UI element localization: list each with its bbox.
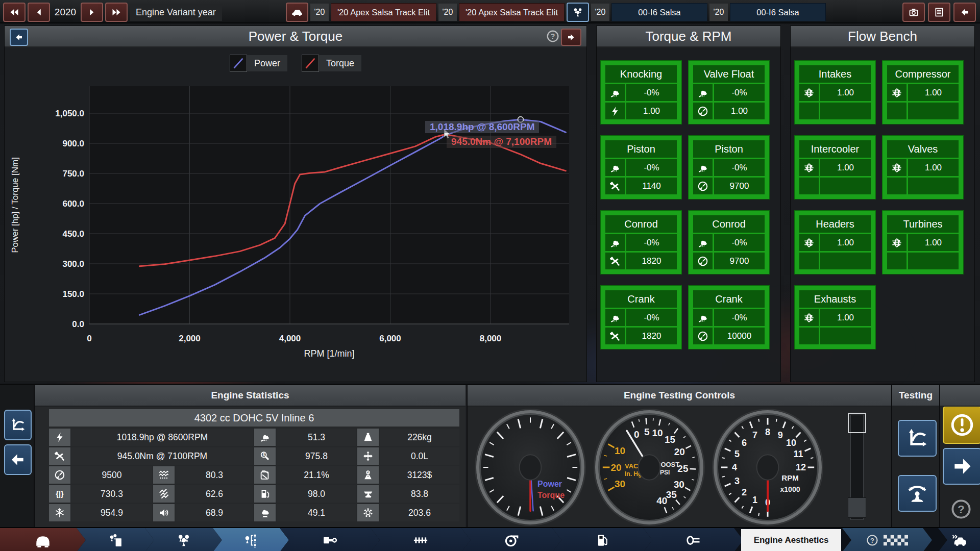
year-next-button[interactable] xyxy=(81,3,103,22)
stat-lightning-icon-cell xyxy=(49,429,70,446)
chart-back-button[interactable] xyxy=(10,29,28,46)
undo-button[interactable] xyxy=(953,3,976,22)
screenshot-button[interactable] xyxy=(902,3,925,22)
stat-value: 51.3 xyxy=(277,429,356,446)
year-navigation: 2020Engine Variant year xyxy=(3,3,222,22)
rewind-icon xyxy=(9,7,19,17)
box-value: -0% xyxy=(714,234,765,251)
chart-title: Power & Torque xyxy=(249,29,343,44)
box-value: 1.00 xyxy=(820,159,871,176)
question-icon: ? xyxy=(546,30,559,43)
tab-car-trim-1[interactable]: '20 Apex Salsa Track Elit xyxy=(459,3,565,21)
year-chip[interactable]: '20 xyxy=(310,4,329,21)
engine-variant-icon xyxy=(243,533,259,548)
flow-bench-box-headers: Headers1.00 xyxy=(794,210,876,274)
stat-value: 730.3 xyxy=(71,485,152,503)
box-title: Crank xyxy=(693,290,765,308)
nav-tab-car-front[interactable] xyxy=(0,528,86,551)
flow-bench-box-intercooler: Intercooler1.00 xyxy=(794,135,876,199)
box-value: -0% xyxy=(626,159,677,176)
stat-value: 83.8 xyxy=(380,485,459,503)
back-button[interactable] xyxy=(4,444,32,475)
box-empty-cell xyxy=(820,103,871,119)
lightning-icon xyxy=(609,106,621,117)
next-button[interactable] xyxy=(943,448,980,485)
engine-aesthetics-label[interactable]: Engine Aesthetics xyxy=(741,529,841,551)
box-value: -0% xyxy=(714,159,765,176)
year-prev-button[interactable] xyxy=(28,3,50,22)
year-chip[interactable]: '20 xyxy=(438,4,457,21)
stat-cooling-icon-cell xyxy=(49,504,70,521)
nav-tab-export[interactable] xyxy=(938,528,980,551)
year-chip[interactable]: '20 xyxy=(709,4,728,21)
stat-value: 0.0L xyxy=(380,447,459,465)
warnings-button[interactable] xyxy=(943,406,980,444)
stat-value: 954.9 xyxy=(71,504,152,521)
stat-weight-icon-cell xyxy=(357,429,379,446)
tools-icon-cell xyxy=(605,178,625,194)
legend-item-power[interactable]: Power xyxy=(230,55,287,72)
year-last-button[interactable] xyxy=(105,3,128,22)
tab-car-trim-0[interactable]: '20 Apex Salsa Track Elit xyxy=(331,3,436,21)
nav-tab-fuel-pump[interactable] xyxy=(552,528,652,551)
tab-engine-variant-2[interactable]: 00-I6 Salsa xyxy=(611,3,707,21)
stat-value: 98.0 xyxy=(277,485,356,503)
emissions-icon xyxy=(259,507,271,518)
box-value: 1.00 xyxy=(714,103,765,119)
stat-dimensions-icon-cell xyxy=(357,447,379,465)
box-title: Crank xyxy=(605,290,677,308)
flow-bench-box-turbines: Turbines1.00 xyxy=(882,210,964,274)
svg-text:$: $ xyxy=(367,470,369,474)
torque-rpm-box-valve-float: Valve Float-0%1.00 xyxy=(688,60,770,124)
stat-engineering-icon-cell: $ xyxy=(357,466,379,484)
box-value: -0% xyxy=(714,309,765,326)
box-title: Intercooler xyxy=(799,140,871,158)
nav-tab-engine-variant[interactable] xyxy=(213,528,289,551)
summary-button[interactable] xyxy=(928,3,950,22)
graph-icon xyxy=(10,417,26,433)
nav-tab-engine-doc[interactable] xyxy=(77,528,154,551)
box-empty-cell xyxy=(908,103,959,119)
manual-dyno-button[interactable] xyxy=(898,475,937,512)
box-value: 1820 xyxy=(626,328,677,344)
flow-bench-box-exhausts: Exhausts1.00 xyxy=(794,285,876,349)
stat-service-icon-cell: $ xyxy=(254,447,276,465)
torque-rpm-box-piston: Piston-0%1140 xyxy=(600,135,682,199)
legend-item-torque[interactable]: Torque xyxy=(302,55,361,72)
tab-engine-variant-3[interactable]: 00-I6 Salsa xyxy=(730,3,826,21)
slider-handle[interactable] xyxy=(848,497,866,518)
svg-text:RPM: RPM xyxy=(781,473,798,482)
car-tab-icon-button[interactable] xyxy=(286,3,308,22)
svg-text:0: 0 xyxy=(634,429,640,440)
engine-family-icon xyxy=(572,7,583,18)
flow-bench-panel: Flow Bench Intakes1.00Compressor1.00Inte… xyxy=(790,26,975,382)
chart-help-button[interactable]: ? xyxy=(546,29,560,43)
nav-tab-exhaust[interactable] xyxy=(643,528,743,551)
failure-icon-cell xyxy=(693,84,713,101)
run-dyno-test-button[interactable] xyxy=(898,420,937,457)
stat-failure-icon-cell xyxy=(254,429,276,446)
help-button[interactable]: ? xyxy=(947,495,975,523)
year-first-button[interactable] xyxy=(3,3,26,22)
nav-tab-engine-family[interactable] xyxy=(145,528,222,551)
stat-octane-icon-cell xyxy=(254,485,276,503)
slider-top-marker xyxy=(848,413,866,433)
stat-responsiveness-icon-cell: {|} xyxy=(49,485,70,503)
exhaust-icon xyxy=(685,533,701,548)
svg-text:35: 35 xyxy=(666,489,677,500)
nav-tab-quality[interactable]: ? xyxy=(842,528,932,551)
gauge-icon xyxy=(697,181,708,192)
nav-tab-turbo[interactable] xyxy=(461,528,561,551)
nav-tab-crank[interactable] xyxy=(371,528,471,551)
chart-forward-button[interactable] xyxy=(561,29,581,46)
y-axis-label: Power [hp] / Torque [Nm] xyxy=(10,129,21,282)
chart-legend: PowerTorque xyxy=(5,55,586,72)
engine-tab-icon-button[interactable] xyxy=(567,3,589,22)
svg-text:4: 4 xyxy=(732,462,737,472)
stat-gauge-icon-cell xyxy=(49,466,70,484)
year-chip[interactable]: '20 xyxy=(591,4,609,21)
question-icon: ? xyxy=(866,534,878,546)
testing-slider[interactable] xyxy=(846,412,868,522)
dyno-graph-button[interactable] xyxy=(4,410,32,440)
nav-tab-piston[interactable] xyxy=(280,528,380,551)
